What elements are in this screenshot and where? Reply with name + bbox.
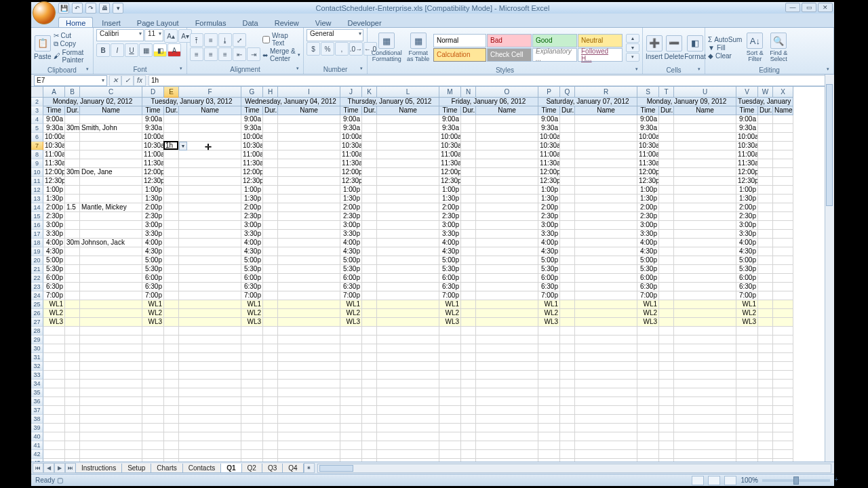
font-name-combo[interactable]: Calibri xyxy=(96,29,144,41)
row-header-16[interactable]: 16 xyxy=(31,221,43,230)
fx-icon[interactable]: fx xyxy=(134,75,146,86)
cell[interactable] xyxy=(659,450,674,459)
cell[interactable] xyxy=(773,221,793,230)
cell[interactable]: 9:30a xyxy=(439,124,461,133)
cell[interactable] xyxy=(538,362,560,371)
cell[interactable] xyxy=(263,150,278,159)
cell[interactable]: 6:00p xyxy=(538,274,560,283)
cell[interactable] xyxy=(362,159,377,168)
cell[interactable] xyxy=(278,291,340,300)
cell[interactable] xyxy=(278,274,340,283)
sub-header[interactable]: Name xyxy=(476,106,538,115)
cell[interactable] xyxy=(560,283,575,291)
cell[interactable] xyxy=(461,371,476,380)
cell[interactable]: 12:00p xyxy=(439,168,461,177)
cell[interactable] xyxy=(461,300,476,309)
cell[interactable] xyxy=(773,432,793,441)
cell[interactable] xyxy=(773,159,793,168)
cell[interactable] xyxy=(80,212,142,221)
cell[interactable] xyxy=(263,300,278,309)
cell[interactable] xyxy=(65,362,80,371)
sub-header[interactable]: Dur. xyxy=(461,106,476,115)
cell[interactable]: Doe, Jane xyxy=(80,168,142,177)
cell[interactable]: 10:00a xyxy=(241,133,263,142)
cell[interactable] xyxy=(476,168,538,177)
cell[interactable] xyxy=(461,150,476,159)
column-header-O[interactable]: O xyxy=(476,87,538,98)
cell[interactable] xyxy=(278,168,340,177)
cell[interactable] xyxy=(362,212,377,221)
ribbon-tab-data[interactable]: Data xyxy=(235,17,265,27)
column-header-D[interactable]: D xyxy=(142,87,164,98)
cell[interactable] xyxy=(736,344,758,353)
sub-header[interactable]: Name xyxy=(377,106,439,115)
row-header-14[interactable]: 14 xyxy=(31,203,43,212)
row-header-15[interactable]: 15 xyxy=(31,212,43,221)
cell[interactable] xyxy=(659,300,674,309)
cell[interactable] xyxy=(736,371,758,380)
cell[interactable] xyxy=(476,212,538,221)
comma-icon[interactable]: , xyxy=(335,42,349,56)
cell[interactable] xyxy=(278,177,340,186)
cell[interactable] xyxy=(164,115,179,124)
cell[interactable]: Smith, John xyxy=(80,124,142,133)
cell[interactable] xyxy=(758,168,773,177)
sub-header[interactable]: Time xyxy=(241,106,263,115)
sheet-tab-q3[interactable]: Q3 xyxy=(262,464,283,473)
cell[interactable]: 7:00p xyxy=(439,291,461,300)
cell[interactable] xyxy=(476,124,538,133)
cell[interactable] xyxy=(80,318,142,327)
cell[interactable] xyxy=(43,432,65,441)
cell[interactable] xyxy=(164,450,179,459)
font-color-button[interactable]: A xyxy=(167,43,181,57)
cell[interactable] xyxy=(659,212,674,221)
cell[interactable] xyxy=(377,300,439,309)
styles-scroll-up-icon[interactable]: ▲ xyxy=(626,34,639,43)
cell[interactable]: WL3 xyxy=(142,318,164,327)
cell[interactable] xyxy=(659,327,674,336)
cell[interactable] xyxy=(773,265,793,274)
day-header[interactable]: Monday, January 09, 2012 xyxy=(637,98,736,106)
cell[interactable] xyxy=(278,432,340,441)
cell[interactable] xyxy=(362,309,377,318)
cell[interactable] xyxy=(575,353,637,362)
cell[interactable] xyxy=(773,327,793,336)
cell[interactable] xyxy=(164,388,179,397)
row-header-31[interactable]: 31 xyxy=(31,353,43,362)
row-header-4[interactable]: 4 xyxy=(31,115,43,124)
cell[interactable] xyxy=(476,371,538,380)
cell[interactable]: 5:30p xyxy=(43,265,65,274)
cell[interactable] xyxy=(538,380,560,388)
number-format-combo[interactable]: General xyxy=(307,29,363,41)
cell[interactable] xyxy=(179,380,241,388)
cell[interactable] xyxy=(659,380,674,388)
cell[interactable] xyxy=(758,291,773,300)
cell[interactable] xyxy=(674,195,736,203)
cell[interactable] xyxy=(674,221,736,230)
cell[interactable] xyxy=(659,159,674,168)
cell[interactable] xyxy=(575,168,637,177)
cell[interactable] xyxy=(773,397,793,406)
cell[interactable] xyxy=(758,406,773,415)
cell[interactable] xyxy=(560,441,575,450)
cell[interactable] xyxy=(773,212,793,221)
column-header-C[interactable]: C xyxy=(80,87,142,98)
cell[interactable] xyxy=(758,186,773,195)
cell[interactable] xyxy=(278,415,340,424)
cell[interactable] xyxy=(461,327,476,336)
cell[interactable] xyxy=(674,124,736,133)
cell[interactable] xyxy=(164,441,179,450)
cell[interactable] xyxy=(377,142,439,150)
cell[interactable] xyxy=(377,432,439,441)
cell[interactable] xyxy=(560,406,575,415)
cell[interactable] xyxy=(362,327,377,336)
cell[interactable] xyxy=(65,142,80,150)
cell[interactable]: WL3 xyxy=(340,318,362,327)
cell[interactable] xyxy=(461,177,476,186)
cell[interactable] xyxy=(362,265,377,274)
cell[interactable] xyxy=(560,274,575,283)
cell[interactable] xyxy=(674,432,736,441)
cell[interactable] xyxy=(278,115,340,124)
cell[interactable] xyxy=(461,168,476,177)
cell[interactable] xyxy=(80,353,142,362)
